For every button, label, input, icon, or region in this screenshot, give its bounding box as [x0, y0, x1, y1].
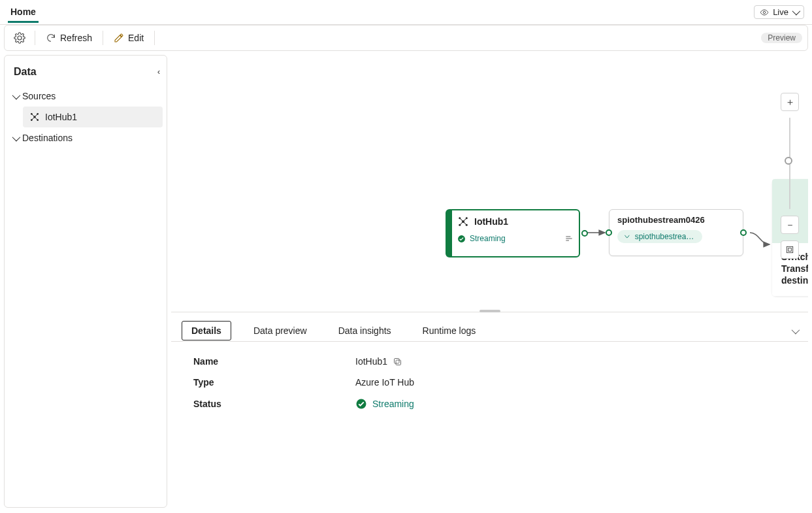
tab-home[interactable]: Home	[8, 1, 39, 23]
detail-label: Type	[193, 377, 355, 388]
input-port[interactable]	[606, 229, 612, 236]
live-label: Live	[773, 7, 788, 17]
tab-runtime-logs[interactable]: Runtime logs	[414, 320, 485, 341]
refresh-icon	[46, 33, 56, 43]
detail-row-type: Type Azure IoT Hub	[193, 377, 786, 388]
checkmark-circle-icon	[457, 235, 466, 243]
node-title: spiothubestream0426	[617, 215, 738, 225]
svg-rect-13	[787, 246, 792, 252]
bottom-tabs: Details Data preview Data insights Runti…	[171, 312, 808, 342]
destinations-group-header[interactable]: Destinations	[8, 127, 163, 148]
node-stream[interactable]: spiothubestream0426 spiothubestream0...	[609, 209, 743, 256]
node-status: Streaming	[470, 234, 506, 243]
node-iothub[interactable]: IotHub1 Streaming	[446, 209, 580, 257]
connections-layer	[171, 55, 808, 312]
collapse-bottom-panel[interactable]	[792, 325, 798, 336]
detail-label: Status	[193, 399, 355, 409]
chevron-down-icon	[792, 7, 798, 17]
svg-rect-14	[788, 248, 792, 252]
details-content: Name IotHub1 Type Azure IoT Hub Status	[171, 342, 808, 435]
panel-resize-handle[interactable]	[479, 310, 500, 312]
zoom-out-button[interactable]: －	[781, 216, 799, 234]
toolbar-separator	[154, 31, 155, 45]
iothub-icon	[457, 216, 469, 227]
zoom-controls: ＋ －	[781, 93, 799, 259]
zoom-in-button[interactable]: ＋	[781, 93, 799, 111]
svg-point-0	[763, 11, 766, 14]
tab-details[interactable]: Details	[182, 321, 231, 340]
eye-icon	[760, 8, 769, 17]
edit-icon	[114, 33, 124, 43]
top-tabs-bar: Home Live	[0, 0, 812, 25]
toolbar: Refresh Edit Preview	[4, 25, 808, 51]
zoom-slider-thumb[interactable]	[785, 157, 792, 165]
output-port[interactable]	[581, 230, 588, 237]
settings-button[interactable]	[10, 29, 29, 46]
detail-label: Name	[193, 356, 355, 367]
menu-icon[interactable]	[564, 234, 574, 243]
checkmark-circle-icon	[355, 398, 367, 410]
iothub-icon	[29, 112, 40, 122]
destinations-label: Destinations	[22, 133, 73, 143]
zoom-slider[interactable]	[789, 118, 790, 209]
copy-icon[interactable]	[393, 357, 402, 367]
tab-data-insights[interactable]: Data insights	[329, 320, 400, 341]
sources-label: Sources	[22, 91, 56, 101]
refresh-label: Refresh	[60, 33, 92, 43]
tree-item-label: IotHub1	[45, 112, 77, 122]
detail-row-name: Name IotHub1	[193, 356, 786, 367]
toolbar-separator	[35, 31, 35, 45]
svg-rect-16	[395, 358, 400, 363]
canvas[interactable]: IotHub1 Streaming spiothubestream0426 sp…	[171, 55, 808, 312]
data-panel-title: Data	[14, 66, 37, 78]
canvas-area: IotHub1 Streaming spiothubestream0426 sp…	[171, 55, 808, 508]
edit-button[interactable]: Edit	[108, 30, 149, 46]
tree-item-iothub1[interactable]: IotHub1	[23, 107, 163, 127]
stream-pill: spiothubestream0...	[617, 230, 702, 243]
detail-value: Streaming	[372, 399, 414, 409]
live-dropdown[interactable]: Live	[754, 5, 804, 19]
output-port[interactable]	[740, 229, 747, 236]
node-title: IotHub1	[474, 216, 508, 227]
fit-icon	[785, 245, 794, 254]
gear-icon	[14, 32, 25, 44]
detail-value: Azure IoT Hub	[355, 377, 414, 388]
preview-badge: Preview	[761, 33, 802, 43]
detail-row-status: Status Streaming	[193, 398, 786, 410]
data-panel: Data ‹‹ Sources IotHub1 Destinations	[4, 55, 167, 508]
stream-icon	[624, 233, 631, 240]
bottom-panel: Details Data preview Data insights Runti…	[171, 312, 808, 508]
chevron-down-icon	[792, 325, 798, 336]
tab-data-preview[interactable]: Data preview	[244, 320, 316, 341]
sources-group-header[interactable]: Sources	[8, 86, 163, 107]
pill-text: spiothubestream0...	[635, 232, 696, 241]
fit-to-screen-button[interactable]	[781, 240, 799, 259]
toolbar-separator	[103, 31, 103, 45]
svg-rect-15	[396, 360, 401, 365]
detail-value: IotHub1	[355, 356, 387, 367]
refresh-button[interactable]: Refresh	[41, 30, 97, 46]
chevron-down-icon	[12, 91, 18, 101]
edit-label: Edit	[128, 33, 144, 43]
chevron-down-icon	[12, 133, 18, 143]
